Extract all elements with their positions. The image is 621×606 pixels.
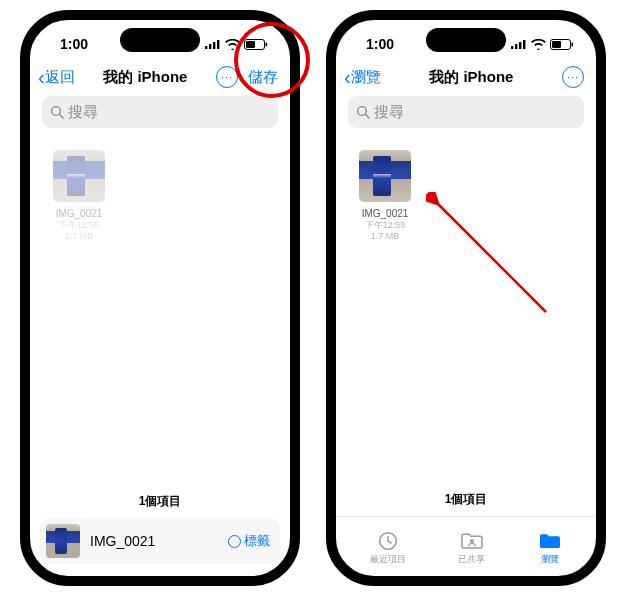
- wifi-icon: [225, 39, 240, 50]
- tab-label: 瀏覽: [541, 553, 559, 566]
- svg-line-17: [366, 115, 370, 119]
- svg-rect-10: [515, 44, 517, 49]
- search-input[interactable]: 搜尋: [42, 96, 278, 128]
- svg-rect-14: [552, 41, 561, 48]
- svg-rect-2: [213, 42, 215, 49]
- file-grid: IMG_0021 下午12:58 1.7 MB: [336, 134, 596, 487]
- file-grid: IMG_0021 下午12:58 1.7 MB: [30, 134, 290, 489]
- tag-button[interactable]: 標籤: [228, 532, 270, 550]
- search-placeholder: 搜尋: [374, 103, 404, 122]
- file-name: IMG_0021: [350, 208, 420, 220]
- phone-left: 1:00 ‹ 返回 我的 iPhone ··· 儲存 搜尋: [20, 10, 300, 586]
- status-icons: [511, 39, 574, 50]
- clock-icon: [376, 531, 400, 551]
- tab-shared[interactable]: 已共享: [458, 531, 485, 566]
- page-title: 我的 iPhone: [103, 68, 187, 87]
- file-size: 1.7 MB: [350, 231, 420, 242]
- file-name: IMG_0021: [44, 208, 114, 220]
- svg-line-8: [60, 115, 64, 119]
- svg-rect-0: [205, 46, 207, 49]
- status-time: 1:00: [60, 36, 88, 52]
- search-icon: [50, 105, 64, 119]
- file-thumbnail: [359, 150, 411, 202]
- battery-icon: [244, 39, 268, 50]
- search-input[interactable]: 搜尋: [348, 96, 584, 128]
- notch: [120, 28, 200, 52]
- save-button[interactable]: 儲存: [248, 68, 278, 87]
- tab-label: 最近項目: [370, 553, 406, 566]
- more-button[interactable]: ···: [216, 66, 238, 88]
- svg-rect-6: [266, 42, 268, 46]
- battery-icon: [550, 39, 574, 50]
- svg-point-19: [470, 539, 474, 543]
- save-file-name: IMG_0021: [90, 533, 218, 549]
- tab-bar: 最近項目 已共享 瀏覽: [336, 516, 596, 576]
- chevron-left-icon: ‹: [344, 67, 351, 87]
- file-thumbnail: [53, 150, 105, 202]
- tab-label: 已共享: [458, 553, 485, 566]
- back-label: 返回: [45, 68, 75, 87]
- phone-right: 1:00 ‹ 瀏覽 我的 iPhone ··· 搜尋: [326, 10, 606, 586]
- svg-rect-15: [572, 42, 574, 46]
- tab-browse[interactable]: 瀏覽: [538, 531, 562, 566]
- nav-bar: ‹ 返回 我的 iPhone ··· 儲存: [30, 60, 290, 96]
- svg-rect-11: [519, 42, 521, 49]
- tag-icon: [228, 535, 241, 548]
- tab-recent[interactable]: 最近項目: [370, 531, 406, 566]
- status-time: 1:00: [366, 36, 394, 52]
- tag-label: 標籤: [244, 532, 270, 550]
- svg-rect-12: [523, 40, 525, 49]
- file-time: 下午12:58: [350, 220, 420, 231]
- back-button[interactable]: ‹ 返回: [38, 67, 75, 87]
- item-count: 1個項目: [30, 489, 290, 518]
- search-placeholder: 搜尋: [68, 103, 98, 122]
- svg-rect-9: [511, 46, 513, 49]
- file-item[interactable]: IMG_0021 下午12:58 1.7 MB: [44, 150, 114, 243]
- folder-icon: [538, 531, 562, 551]
- file-size: 1.7 MB: [44, 231, 114, 242]
- back-label: 瀏覽: [351, 68, 381, 87]
- signal-icon: [205, 39, 221, 49]
- back-button[interactable]: ‹ 瀏覽: [344, 67, 381, 87]
- file-time: 下午12:58: [44, 220, 114, 231]
- svg-rect-1: [209, 44, 211, 49]
- search-icon: [356, 105, 370, 119]
- status-icons: [205, 39, 268, 50]
- shared-folder-icon: [460, 531, 484, 551]
- more-button[interactable]: ···: [562, 66, 584, 88]
- notch: [426, 28, 506, 52]
- page-title: 我的 iPhone: [429, 68, 513, 87]
- wifi-icon: [531, 39, 546, 50]
- svg-rect-5: [246, 41, 255, 48]
- signal-icon: [511, 39, 527, 49]
- file-item[interactable]: IMG_0021 下午12:58 1.7 MB: [350, 150, 420, 243]
- nav-bar: ‹ 瀏覽 我的 iPhone ···: [336, 60, 596, 96]
- item-count: 1個項目: [336, 487, 596, 516]
- save-bar: IMG_0021 標籤: [40, 518, 280, 564]
- svg-rect-3: [217, 40, 219, 49]
- save-thumbnail: [46, 524, 80, 558]
- chevron-left-icon: ‹: [38, 67, 45, 87]
